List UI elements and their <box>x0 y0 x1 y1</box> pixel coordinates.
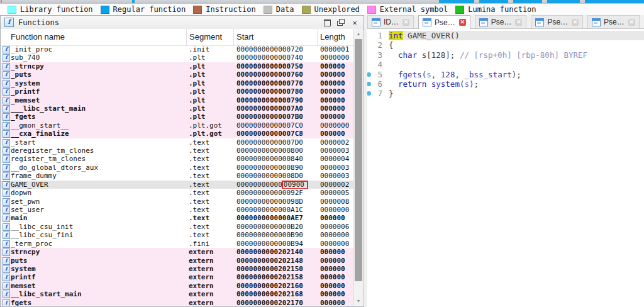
tab-ida-view[interactable]: ID…✕ <box>367 15 414 28</box>
column-header-start[interactable]: Start <box>234 29 318 45</box>
function-length-cell: 0000004 <box>320 155 354 163</box>
function-row[interactable]: f_strncpy.plt0000000000000750000000 <box>1 62 354 70</box>
scroll-down-icon[interactable]: ▼ <box>354 296 363 306</box>
function-row[interactable]: fframe_dummy.text00000000000008D00000003 <box>1 172 354 180</box>
tab-close-icon[interactable]: ✕ <box>628 19 635 26</box>
function-row[interactable]: f__libc_csu_fini.text0000000000000B90000… <box>1 231 354 239</box>
legend-swatch <box>101 6 109 14</box>
line-number: 5 <box>367 70 382 79</box>
code-line[interactable]: 3 char s[128]; // [rsp+0h] [rbp-80h] BYR… <box>367 50 644 60</box>
function-row[interactable]: f__libc_csu_init.text0000000000000B20000… <box>1 223 354 231</box>
function-row[interactable]: f__cxa_finalize.plt.got00000000000007C80… <box>1 130 354 138</box>
function-name-cell: __gmon_start__ <box>11 121 186 130</box>
restore-icon[interactable] <box>336 18 346 27</box>
legend-swatch <box>302 6 311 14</box>
column-header-function-name[interactable]: Function name <box>1 29 187 45</box>
tab-close-icon[interactable]: ✕ <box>515 19 522 26</box>
function-icon: f <box>3 189 10 197</box>
function-start-cell: 0000000000202158 <box>236 273 318 281</box>
navband-segment <box>439 0 474 3</box>
tab-close-icon[interactable]: ✕ <box>402 19 409 26</box>
function-row[interactable]: f_fgets.plt00000000000007B0000000 <box>1 113 354 121</box>
function-length-cell: 0000002 <box>320 181 354 189</box>
function-row[interactable]: f__gmon_start__.plt.got00000000000007C00… <box>1 121 354 130</box>
code-line[interactable]: 2{ <box>367 40 644 50</box>
tab-close-icon[interactable]: ✕ <box>459 19 466 26</box>
function-row[interactable]: f_start.text00000000000007D00000002 <box>1 138 354 147</box>
tab-label: Pse… <box>604 18 625 26</box>
function-icon: f <box>3 274 10 281</box>
function-segment-cell: .init <box>189 45 235 53</box>
function-row[interactable]: fmemsetextern0000000000202160000000 <box>1 282 354 290</box>
tab-pseudocode-4[interactable]: Pse…✕ <box>587 15 640 28</box>
function-name-cell: __libc_start_main <box>11 290 186 298</box>
functions-scrollbar[interactable]: ▲ ▼ <box>353 29 363 306</box>
tab-close-icon[interactable]: ✕ <box>572 19 579 26</box>
function-segment-cell: .text <box>189 206 235 214</box>
code-line[interactable]: 5 fgets(s, 128, _bss_start); <box>367 70 644 79</box>
function-row[interactable]: fsystemextern0000000000202150000000 <box>1 265 354 273</box>
legend-item: Data <box>264 5 294 14</box>
function-segment-cell: extern <box>189 265 235 273</box>
function-segment-cell: .plt <box>189 53 235 62</box>
function-row[interactable]: fsub_740.plt00000000000007400000000 <box>1 53 354 62</box>
function-row[interactable]: f_term_proc.fini0000000000000B940000000 <box>1 240 354 248</box>
function-length-cell: 000000 <box>320 62 354 70</box>
column-header-length[interactable]: Length <box>318 29 355 45</box>
maximize-icon[interactable] <box>322 18 332 27</box>
function-length-cell: 000000 <box>320 79 354 87</box>
function-row[interactable]: fputsextern0000000000202148000000 <box>1 257 354 265</box>
tab-pseudocode-1[interactable]: Pse…✕ <box>418 15 470 29</box>
function-segment-cell: .text <box>189 231 235 239</box>
function-segment-cell: .text <box>189 138 235 147</box>
code-line[interactable]: 6 return system(s); <box>367 79 644 89</box>
color-legend: Library functionRegular functionInstruct… <box>0 4 644 15</box>
function-row[interactable]: fmain.text0000000000000AE7000000 <box>1 214 354 222</box>
function-row[interactable]: f___libc_start_main.plt00000000000007A00… <box>1 104 354 113</box>
function-start-cell: 000000000000092F <box>236 189 318 197</box>
function-row[interactable]: fregister_tm_clones.text0000000000000840… <box>1 155 354 163</box>
column-header-segment[interactable]: Segment <box>187 29 234 45</box>
function-row[interactable]: f_puts.plt0000000000000760000000 <box>1 70 354 79</box>
function-row[interactable]: f_memset.plt0000000000000790000000 <box>1 96 354 104</box>
function-segment-cell: .text <box>189 155 235 163</box>
tab-pseudocode-3[interactable]: Pse…✕ <box>531 15 583 28</box>
function-row[interactable]: f__do_global_dtors_aux.text0000000000000… <box>1 164 354 172</box>
function-row[interactable]: f_init_proc.init00000000000007200000001 <box>1 45 354 53</box>
function-row[interactable]: f_system.plt0000000000000770000000 <box>1 79 354 87</box>
function-length-cell: 000000 <box>320 70 354 79</box>
scroll-up-icon[interactable]: ▲ <box>354 29 363 38</box>
function-row[interactable]: fset_pwn.text000000000000098D0000008 <box>1 198 354 206</box>
function-length-cell: 0000000 <box>320 53 354 62</box>
function-start-cell: 0000000000000B90 <box>236 231 318 239</box>
function-row[interactable]: fGAME_OVER.text00000000000009000000002 <box>1 181 354 189</box>
function-name-cell: _start <box>11 138 186 147</box>
function-row[interactable]: f__libc_start_mainextern0000000000202168… <box>1 290 354 298</box>
function-icon: f <box>3 282 10 290</box>
function-row[interactable]: f_printf.plt0000000000000780000000 <box>1 87 354 96</box>
function-row[interactable]: fprintfextern0000000000202158000000 <box>1 273 354 281</box>
close-icon[interactable]: ✕ <box>350 18 360 27</box>
legend-item: Unexplored <box>302 5 360 14</box>
function-row[interactable]: fderegister_tm_clones.text00000000000008… <box>1 147 354 155</box>
pseudocode-view: 1int GAME_OVER()2{3 char s[128]; // [rsp… <box>367 29 644 307</box>
function-segment-cell: .text <box>189 164 235 172</box>
function-row[interactable]: fstrncpyextern0000000000202140000000 <box>1 248 354 256</box>
function-start-cell: 0000000000000760 <box>236 70 318 79</box>
function-row[interactable]: ffgetsextern0000000000202170000000 <box>1 299 354 306</box>
function-row[interactable]: fdopwn.text000000000000092F0000005 <box>1 189 354 197</box>
code-line[interactable]: 7} <box>367 89 644 98</box>
tab-pseudocode-2[interactable]: Pse…✕ <box>475 15 527 28</box>
code-text: fgets(s, 128, _bss_start); <box>389 70 644 79</box>
code-line[interactable]: 4 <box>367 60 644 69</box>
scrollbar-thumb[interactable] <box>355 39 362 281</box>
code-line[interactable]: 1int GAME_OVER() <box>367 31 644 40</box>
function-row[interactable]: fset_user.text0000000000000A1C0000000 <box>1 206 354 214</box>
function-segment-cell: extern <box>189 273 235 281</box>
legend-swatch <box>367 6 376 14</box>
function-segment-cell: .plt <box>189 96 235 104</box>
function-length-cell: 0000000 <box>320 121 354 130</box>
function-icon: f <box>3 291 10 298</box>
function-icon: f <box>3 215 10 222</box>
function-length-cell: 000000 <box>320 248 354 256</box>
